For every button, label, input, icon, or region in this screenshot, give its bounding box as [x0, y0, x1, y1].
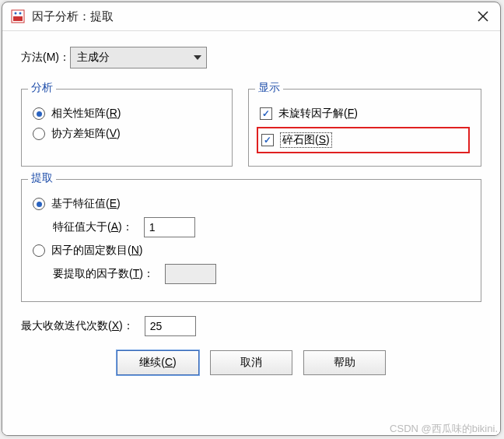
- checkbox-icon: [260, 107, 272, 120]
- group-display: 显示 未旋转因子解(F) 碎石图(S): [248, 89, 481, 167]
- group-display-legend: 显示: [255, 81, 283, 95]
- radio-fixed[interactable]: 因子的固定数目(N): [33, 244, 470, 258]
- top-panels: 分析 相关性矩阵(R) 协方差矩阵(V) 显示 未旋转因子解(F): [21, 84, 481, 167]
- radio-icon: [33, 198, 45, 210]
- svg-point-3: [19, 12, 22, 15]
- iterations-input[interactable]: [145, 316, 196, 336]
- scree-highlight: 碎石图(S): [257, 127, 470, 153]
- radio-fixed-label: 因子的固定数目(N): [51, 244, 142, 258]
- dialog-window: 因子分析：提取 方法(M)： 主成分 分析 相关性矩阵(R): [2, 2, 501, 436]
- method-label: 方法(M)：: [21, 51, 70, 65]
- fixed-sub-label: 要提取的因子数(T)：: [53, 267, 154, 281]
- method-row: 方法(M)： 主成分: [21, 47, 481, 68]
- chevron-down-icon: [194, 55, 201, 60]
- fixed-sub-row: 要提取的因子数(T)：: [53, 264, 470, 284]
- radio-correlation[interactable]: 相关性矩阵(R): [33, 107, 221, 121]
- radio-correlation-label: 相关性矩阵(R): [51, 107, 121, 121]
- iterations-row: 最大收敛迭代次数(X)：: [21, 316, 481, 336]
- eigen-sub-label: 特征值大于(A)：: [53, 220, 133, 234]
- help-button[interactable]: 帮助: [303, 350, 386, 375]
- radio-icon: [33, 128, 45, 140]
- button-row: 继续(C) 取消 帮助: [21, 350, 481, 375]
- svg-point-2: [15, 12, 17, 15]
- watermark: CSDN @西瓜味的bikini.: [390, 422, 498, 436]
- check-unrotated-label: 未旋转因子解(F): [278, 107, 358, 121]
- iterations-label: 最大收敛迭代次数(X)：: [21, 319, 134, 333]
- method-value: 主成分: [77, 51, 194, 65]
- continue-button[interactable]: 继续(C): [117, 350, 199, 375]
- radio-eigen[interactable]: 基于特征值(E): [33, 197, 470, 211]
- dialog-content: 方法(M)： 主成分 分析 相关性矩阵(R) 协方差矩阵(V) 显示: [2, 31, 500, 435]
- app-icon: [10, 9, 26, 24]
- group-analyze: 分析 相关性矩阵(R) 协方差矩阵(V): [21, 89, 233, 167]
- radio-covariance[interactable]: 协方差矩阵(V): [33, 127, 221, 141]
- radio-icon: [33, 244, 45, 257]
- radio-eigen-label: 基于特征值(E): [51, 197, 121, 211]
- method-dropdown[interactable]: 主成分: [70, 47, 207, 68]
- radio-icon: [33, 107, 45, 120]
- close-button[interactable]: [474, 7, 492, 26]
- svg-rect-1: [13, 16, 23, 21]
- check-unrotated[interactable]: 未旋转因子解(F): [260, 107, 470, 121]
- checkbox-icon: [261, 134, 274, 146]
- radio-covariance-label: 协方差矩阵(V): [51, 127, 121, 141]
- close-icon: [478, 11, 488, 22]
- fixed-input: [165, 264, 216, 284]
- cancel-button[interactable]: 取消: [210, 350, 292, 375]
- eigen-sub-row: 特征值大于(A)：: [53, 217, 470, 237]
- check-scree-label: 碎石图(S): [280, 132, 332, 148]
- title-bar: 因子分析：提取: [2, 2, 500, 31]
- group-extract-legend: 提取: [28, 171, 56, 185]
- group-extract: 提取 基于特征值(E) 特征值大于(A)： 因子的固定数目(N) 要提取的因子数…: [21, 179, 481, 302]
- window-title: 因子分析：提取: [32, 9, 474, 24]
- eigen-input[interactable]: [144, 217, 195, 237]
- check-scree[interactable]: 碎石图(S): [261, 132, 464, 148]
- group-analyze-legend: 分析: [28, 81, 56, 95]
